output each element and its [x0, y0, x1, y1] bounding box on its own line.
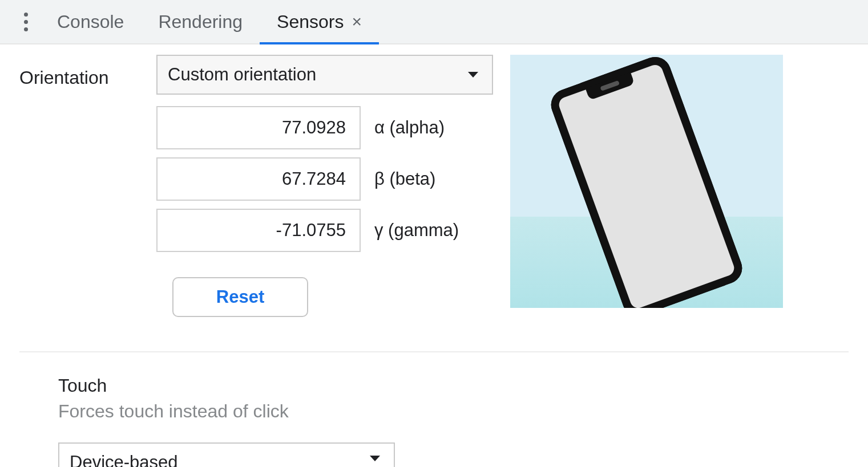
orientation-select[interactable]: Custom orientation [156, 55, 493, 95]
beta-input[interactable] [156, 157, 361, 201]
chevron-down-icon [468, 72, 478, 78]
select-value: Device-based [70, 452, 178, 467]
devtools-drawer-tabbar: Console Rendering Sensors × [0, 0, 868, 44]
beta-label: β (beta) [374, 169, 435, 189]
gamma-label: γ (gamma) [374, 220, 459, 241]
tab-console[interactable]: Console [40, 0, 141, 43]
touch-description: Forces touch instead of click [58, 401, 849, 422]
tab-sensors[interactable]: Sensors × [260, 0, 379, 43]
reset-button[interactable]: Reset [172, 277, 308, 317]
orientation-visualization[interactable] [510, 55, 783, 308]
alpha-label: α (alpha) [374, 117, 445, 138]
more-options-icon[interactable] [11, 13, 40, 31]
close-icon[interactable]: × [352, 13, 362, 30]
tab-label: Console [57, 11, 124, 33]
tab-label: Sensors [277, 11, 344, 33]
touch-title: Touch [58, 375, 849, 396]
tab-rendering[interactable]: Rendering [141, 0, 260, 43]
chevron-down-icon [370, 456, 380, 461]
tab-label: Rendering [158, 11, 243, 33]
gamma-input[interactable] [156, 209, 361, 252]
select-value: Custom orientation [168, 64, 316, 85]
touch-select[interactable]: Device-based [58, 442, 395, 467]
section-divider [19, 351, 849, 352]
sensors-panel: Orientation Custom orientation α (alpha)… [0, 44, 868, 467]
alpha-input[interactable] [156, 106, 361, 149]
orientation-label: Orientation [19, 55, 156, 88]
